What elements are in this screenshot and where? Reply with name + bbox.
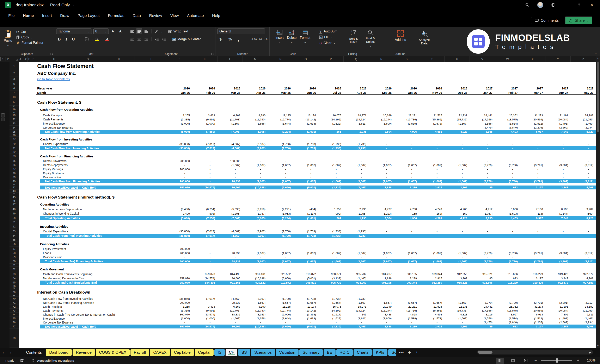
cell-42-N[interactable]: (6,650)	[268, 185, 293, 190]
cell-7-T[interactable]: Nov-26	[419, 91, 444, 95]
row-header-54[interactable]: 54	[9, 233, 19, 238]
cell-58-O[interactable]: (1,667)	[293, 251, 319, 255]
cell-35-O[interactable]: -	[293, 159, 319, 163]
decrease-font-size-button[interactable]: A⌄	[118, 28, 124, 34]
row-label-75[interactable]: Interest Expense	[19, 317, 167, 320]
cell-54-L[interactable]: (4,667)	[217, 233, 243, 238]
select-all-cells-button[interactable]	[10, 56, 19, 62]
cell-25-W[interactable]: 4,403	[495, 129, 520, 134]
cell-73-J[interactable]: (5,335)	[167, 309, 192, 313]
cell-64-P[interactable]: (3,139)	[319, 276, 344, 280]
cell-6-X[interactable]: 2027	[520, 86, 545, 91]
zoom-in-button[interactable]: +	[577, 358, 579, 363]
cell-63-J[interactable]: -	[167, 272, 192, 276]
cell-59-S[interactable]: -	[394, 255, 419, 259]
cell-23-O[interactable]: (1,633)	[293, 121, 319, 126]
sheet-tab-dashboard[interactable]: Dashboard	[46, 349, 72, 356]
cell-73-Q[interactable]: (14,724)	[344, 309, 369, 313]
cell-73-W[interactable]: (18,575)	[495, 309, 520, 313]
cell-57-L[interactable]: -	[217, 247, 243, 251]
sheet-tab-contents[interactable]: Contents	[23, 349, 45, 356]
cell-54-V[interactable]: -	[470, 233, 495, 238]
cell-25-L[interactable]: (7,001)	[217, 129, 243, 134]
cell-73-T[interactable]: (15,366)	[419, 309, 444, 313]
cell-76-R[interactable]: -	[369, 320, 394, 324]
cell-65-O[interactable]: 908,871	[293, 280, 319, 285]
row-header-56[interactable]: 56	[9, 242, 19, 247]
cell-24-J[interactable]: -	[167, 126, 192, 129]
collapse-ribbon-icon[interactable]: ⌄	[594, 51, 597, 55]
cell-6-O[interactable]: 2026	[293, 86, 319, 91]
cell-38-M[interactable]: -	[243, 171, 268, 175]
cell-49-J[interactable]: 3,400	[167, 211, 192, 216]
row-label-13[interactable]	[19, 95, 600, 99]
cell-54-W[interactable]: -	[495, 233, 520, 238]
cell-50-V[interactable]: 3,855	[470, 216, 495, 220]
cell-71-S[interactable]: (1,667)	[394, 301, 419, 305]
row-header-6[interactable]: 6	[9, 86, 19, 91]
cell-48-Y[interactable]: 8,195	[545, 207, 571, 211]
cell-6-K[interactable]: 2026	[192, 86, 217, 91]
cell-76-W[interactable]: (1,840)	[495, 320, 520, 324]
fill-color-button[interactable]	[94, 36, 100, 42]
cell-42-X[interactable]: 3,197	[520, 185, 545, 190]
column-header-G[interactable]: G	[72, 56, 103, 62]
cell-60-K[interactable]: -	[192, 259, 217, 264]
cell-37-V[interactable]: -	[470, 167, 495, 171]
cell-76-V[interactable]: (1,475)	[470, 320, 495, 324]
row-label-54[interactable]: Total Cash From (For) Investing Activiti…	[19, 233, 167, 238]
cell-6-Y[interactable]: 2027	[545, 86, 571, 91]
cell-40-U[interactable]: (1,667)	[444, 179, 470, 183]
row-label-50[interactable]: Total Operating Activities	[19, 216, 167, 220]
row-header-78[interactable]: 78	[9, 329, 19, 348]
wrap-text-button[interactable]: Wrap Text	[167, 29, 189, 34]
column-header-E[interactable]: E	[31, 56, 36, 62]
row-header-58[interactable]: 58	[9, 251, 19, 255]
cell-29-O[interactable]: (1,733)	[293, 142, 319, 146]
row-header-64[interactable]: 64	[9, 276, 19, 280]
sheet-tab-be[interactable]: BE	[324, 349, 335, 356]
cell-31-L[interactable]: (4,667)	[217, 146, 243, 150]
cell-19-V[interactable]: 24,441	[470, 113, 495, 117]
cell-23-K[interactable]: (1,000)	[192, 121, 217, 126]
cell-72-X[interactable]: 31,273	[520, 305, 545, 309]
row-header-38[interactable]: 38	[9, 171, 19, 175]
cell-31-S[interactable]: -	[394, 146, 419, 150]
cell-31-T[interactable]: -	[419, 146, 444, 150]
cell-63-U[interactable]: 912,259	[444, 272, 470, 276]
cell-24-T[interactable]: -	[419, 126, 444, 129]
cell-64-U[interactable]: 3,262	[444, 276, 470, 280]
cell-23-M[interactable]: (1,656)	[243, 121, 268, 126]
cell-54-Y[interactable]: -	[545, 233, 571, 238]
cell-37-J[interactable]: 700,000	[167, 167, 192, 171]
cell-60-W[interactable]: (3,780)	[495, 259, 520, 264]
cell-75-Y[interactable]: (1,491)	[545, 317, 571, 320]
row-header-55[interactable]: 55	[9, 238, 19, 242]
chevron-down-icon[interactable]: ⌄	[77, 38, 80, 41]
row-label-61[interactable]	[19, 264, 600, 267]
cell-48-V[interactable]: 4,912	[470, 207, 495, 211]
cell-25-V[interactable]: 3,855	[470, 129, 495, 134]
cell-65-U[interactable]: 915,521	[444, 280, 470, 285]
cell-42-R[interactable]: 1,838	[369, 185, 394, 190]
row-header-48[interactable]: 48	[9, 207, 19, 211]
cell-38-N[interactable]: -	[268, 171, 293, 175]
comments-button[interactable]: Comments	[531, 17, 562, 24]
autosum-button[interactable]: ∑AutoSum⌄	[319, 28, 342, 34]
cell-37-K[interactable]: -	[192, 167, 217, 171]
cell-6-T[interactable]: 2026	[419, 86, 444, 91]
more-sheets-icon[interactable]: •••	[397, 350, 406, 355]
row-label-68[interactable]: Interest on Cash Breakdown	[19, 289, 600, 295]
chevron-down-icon[interactable]: ⌄	[111, 38, 113, 41]
cell-48-O[interactable]: (484)	[293, 207, 319, 211]
cell-70-J[interactable]: (35,850)	[167, 297, 192, 301]
cell-22-L[interactable]: (11,703)	[217, 117, 243, 121]
cell-57-Q[interactable]: -	[344, 247, 369, 251]
cell-40-Q[interactable]: (1,667)	[344, 179, 369, 183]
font-dialog-launcher-icon[interactable]	[123, 53, 125, 55]
row-header-24[interactable]: 24	[9, 126, 19, 129]
cell-53-T[interactable]: -	[419, 229, 444, 233]
row-header-74[interactable]: 74	[9, 313, 19, 317]
cell-35-U[interactable]: -	[444, 159, 470, 163]
column-header-F[interactable]: F	[36, 56, 72, 62]
